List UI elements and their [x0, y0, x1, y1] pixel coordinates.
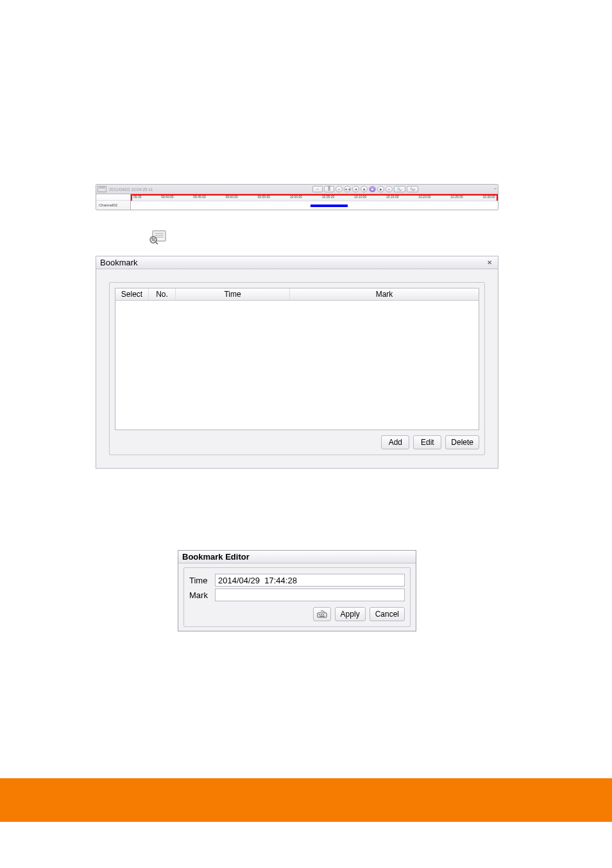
skip-back-icon[interactable]: «: [336, 186, 343, 192]
playback-timestamp: 2011/04/03 10:04:29 x1: [109, 187, 153, 192]
svg-rect-11: [319, 614, 320, 615]
speed-display[interactable]: ▫▫: [312, 186, 323, 192]
svg-rect-13: [323, 614, 324, 615]
close-icon[interactable]: ✕: [485, 258, 494, 267]
timeline-track[interactable]: 09:30 09:40:00 09:45:00 09:50:00 09:55:0…: [131, 194, 498, 210]
step-fwd-icon[interactable]: ▶: [377, 186, 384, 192]
footer-bar: [0, 778, 612, 822]
apply-button[interactable]: Apply: [335, 607, 366, 621]
timeline-panel: 2011/04/03 10:04:29 x1 ▫▫ ≣ « ◄◄ ◄ ■ ▶ ▶…: [96, 184, 498, 210]
channel-track-row[interactable]: [131, 201, 498, 210]
delete-button[interactable]: Delete: [445, 435, 479, 449]
bookmark-dialog-title-bar: Bookmark ✕: [96, 256, 498, 269]
time-field[interactable]: [215, 574, 405, 587]
svg-rect-12: [321, 614, 322, 615]
rewind-icon[interactable]: ◄◄: [344, 186, 351, 192]
minimize-icon[interactable]: –: [494, 186, 497, 190]
bookmark-dialog-title: Bookmark: [100, 258, 138, 267]
svg-rect-14: [319, 616, 325, 617]
channel-label: Channel02: [96, 201, 130, 210]
mark-field[interactable]: [215, 588, 405, 601]
col-no[interactable]: No.: [149, 288, 176, 300]
add-button[interactable]: Add: [381, 435, 409, 449]
col-select[interactable]: Select: [115, 288, 149, 300]
bookmark-editor-title: Bookmark Editor: [178, 551, 416, 563]
svg-rect-10: [318, 613, 327, 617]
bookmark-icon[interactable]: [148, 230, 167, 244]
bookmark-table[interactable]: Select No. Time Mark: [115, 288, 479, 430]
calendar-icon[interactable]: [98, 186, 106, 192]
play-icon[interactable]: ▶: [369, 186, 376, 192]
bookmark-dialog: Bookmark ✕ Select No. Time Mark Add Edit…: [96, 256, 498, 469]
zoom-out-icon[interactable]: 🔍-: [394, 186, 405, 192]
zoom-in-icon[interactable]: 🔍+: [407, 186, 418, 192]
bookmark-table-header: Select No. Time Mark: [115, 288, 479, 301]
mark-label: Mark: [189, 590, 215, 600]
timeline-toolbar: 2011/04/03 10:04:29 x1 ▫▫ ≣ « ◄◄ ◄ ■ ▶ ▶…: [96, 185, 498, 194]
svg-rect-1: [99, 187, 105, 188]
step-back-icon[interactable]: ◄: [352, 186, 359, 192]
col-time[interactable]: Time: [176, 288, 290, 300]
keyboard-icon[interactable]: [313, 607, 331, 621]
cancel-button[interactable]: Cancel: [370, 607, 405, 621]
edit-button[interactable]: Edit: [413, 435, 441, 449]
stop-icon[interactable]: ■: [361, 186, 368, 192]
bookmark-editor-dialog: Bookmark Editor Time Mark: [178, 550, 416, 631]
col-mark[interactable]: Mark: [290, 288, 479, 300]
mode-toggle[interactable]: ≣: [324, 186, 334, 192]
time-label: Time: [189, 576, 215, 585]
svg-line-9: [156, 242, 158, 244]
skip-fwd-icon[interactable]: »: [386, 186, 393, 192]
channel-column: Channel02: [96, 194, 131, 210]
recorded-segment: [310, 204, 348, 207]
playback-controls: ▫▫ ≣ « ◄◄ ◄ ■ ▶ ▶ » 🔍- 🔍+: [312, 185, 418, 193]
